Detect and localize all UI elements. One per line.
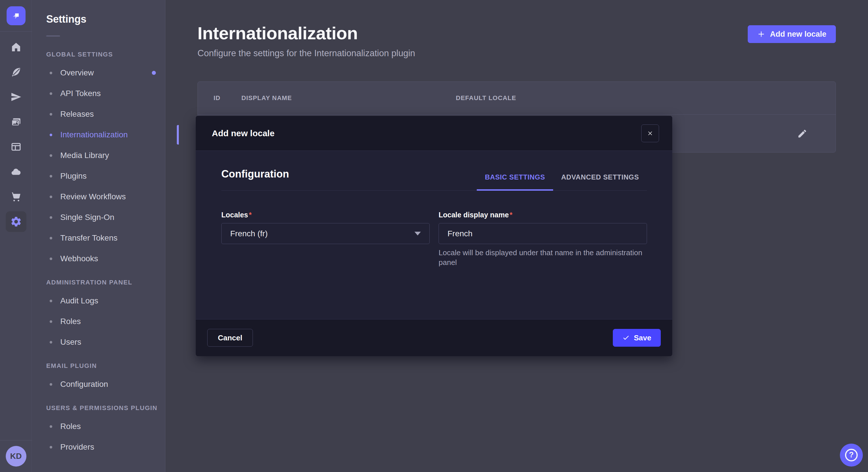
close-button[interactable] (641, 125, 659, 142)
locales-field: Locales* French (fr) (221, 211, 430, 268)
tab-advanced-settings[interactable]: ADVANCED SETTINGS (553, 173, 647, 191)
configuration-header: Configuration BASIC SETTINGS ADVANCED SE… (221, 168, 647, 191)
display-name-label: Locale display name* (439, 211, 647, 219)
chevron-down-icon (414, 232, 421, 235)
modal-layer: Add new locale Configuration BASIC SETTI… (0, 0, 868, 472)
modal-header: Add new locale (196, 116, 672, 151)
locales-select-value: French (fr) (230, 229, 414, 238)
required-asterisk: * (249, 211, 252, 219)
close-icon (647, 130, 654, 137)
settings-tabs: BASIC SETTINGS ADVANCED SETTINGS (477, 173, 647, 191)
configuration-title: Configuration (221, 168, 289, 191)
display-name-hint: Locale will be displayed under that name… (439, 248, 647, 268)
modal-body: Configuration BASIC SETTINGS ADVANCED SE… (196, 151, 672, 319)
display-name-field: Locale display name* Locale will be disp… (439, 211, 647, 268)
locales-label: Locales* (221, 211, 430, 219)
check-icon (622, 334, 630, 341)
add-new-locale-modal: Add new locale Configuration BASIC SETTI… (196, 116, 672, 356)
tab-basic-settings[interactable]: BASIC SETTINGS (477, 173, 553, 191)
required-asterisk: * (510, 211, 513, 219)
modal-footer: Cancel Save (196, 319, 672, 356)
modal-title: Add new locale (212, 129, 274, 138)
display-name-input[interactable] (439, 223, 647, 244)
locales-select[interactable]: French (fr) (221, 223, 430, 244)
save-button[interactable]: Save (613, 329, 661, 347)
cancel-button[interactable]: Cancel (207, 329, 253, 347)
form-fields: Locales* French (fr) Locale display name… (221, 211, 647, 268)
